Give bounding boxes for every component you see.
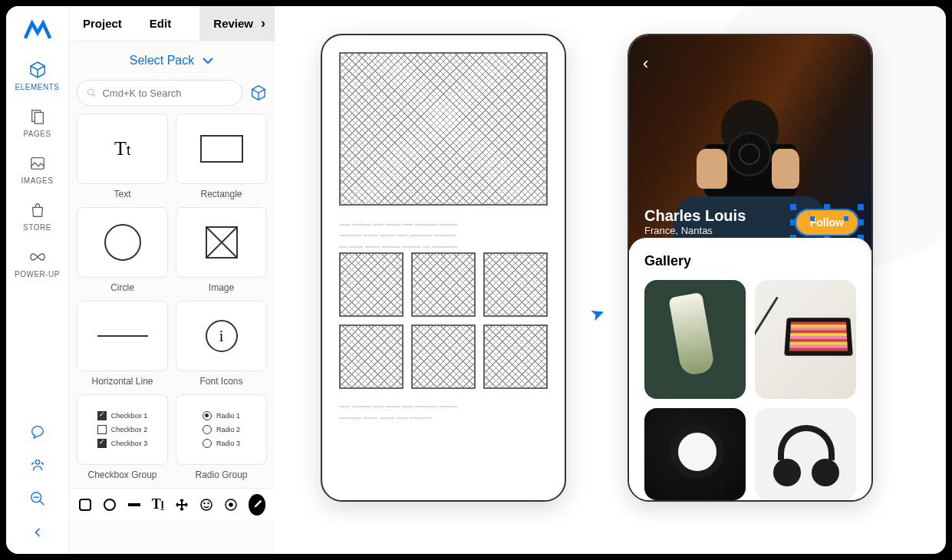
svg-point-15 — [204, 502, 205, 503]
cursor-icon: ➤ — [588, 302, 608, 326]
tool-brush-icon[interactable] — [249, 494, 265, 516]
select-pack-dropdown[interactable]: Select Pack — [69, 41, 275, 80]
menu-project[interactable]: Project — [69, 6, 136, 41]
wireframe-thumb[interactable] — [339, 252, 404, 317]
svg-line-6 — [39, 501, 44, 506]
wireframe-hero-image[interactable] — [339, 52, 548, 206]
chat-icon[interactable] — [27, 420, 48, 442]
svg-point-16 — [208, 502, 209, 503]
wireframe-thumb[interactable] — [411, 324, 476, 389]
svg-rect-12 — [80, 499, 91, 510]
svg-line-8 — [93, 94, 95, 97]
follow-button[interactable]: Follow — [795, 209, 859, 236]
collapse-icon[interactable] — [27, 522, 48, 543]
quick-toolbar: TI — [69, 488, 275, 520]
app-logo[interactable] — [24, 15, 51, 46]
back-button[interactable]: ‹ — [643, 54, 648, 74]
left-sidebar: ELEMENTS PAGES IMAGES STORE POWER-UP — [6, 6, 69, 554]
view-3d-icon[interactable] — [250, 84, 267, 101]
image-icon — [28, 153, 48, 173]
search-icon — [87, 87, 96, 98]
tool-text-icon[interactable]: TI — [151, 496, 164, 513]
gallery-title: Gallery — [644, 253, 856, 269]
wireframe-thumb[interactable] — [483, 252, 548, 317]
topbar: Project Edit Review — [69, 6, 275, 41]
team-icon[interactable] — [27, 454, 48, 476]
tool-emoji-icon[interactable] — [199, 496, 213, 513]
hero-photo: ‹ Charles Louis France, Nantas Follow — [629, 35, 871, 250]
profile-location: France, Nantas — [644, 225, 746, 236]
nav-powerup[interactable]: POWER-UP — [15, 247, 60, 278]
element-hline[interactable]: Horizontal Line — [77, 301, 168, 387]
gallery-item-cosmetic[interactable] — [644, 280, 746, 399]
nav-elements[interactable]: ELEMENTS — [15, 60, 60, 91]
nav-label: PAGES — [23, 130, 51, 138]
tool-square-icon[interactable] — [78, 496, 92, 513]
cube-icon — [28, 60, 48, 80]
element-radio-group[interactable]: Radio 1 Radio 2 Radio 3 Radio Group — [176, 394, 267, 480]
element-grid: TtText Rectangle Circle Image Horizontal… — [69, 114, 275, 488]
gallery-section: Gallery — [629, 238, 871, 499]
tool-move-icon[interactable] — [175, 496, 189, 513]
element-text[interactable]: TtText — [77, 114, 168, 199]
profile-name: Charles Louis — [644, 207, 746, 225]
search-field[interactable] — [102, 87, 232, 99]
wireframe-frame[interactable]: ~~~ ~~~~~ ~~~ ~~~~ ~~~ ~~~~~~ ~~~~~~~~~~… — [321, 34, 566, 502]
element-checkbox-group[interactable]: Checkbox 1 Checkbox 2 Checkbox 3 Checkbo… — [77, 394, 168, 480]
tool-target-icon[interactable] — [224, 496, 238, 513]
svg-point-13 — [104, 499, 115, 510]
gallery-item-palette[interactable] — [755, 280, 856, 399]
svg-point-3 — [35, 460, 40, 465]
menu-edit[interactable]: Edit — [136, 6, 185, 41]
preview-frame[interactable]: ‹ Charles Louis France, Nantas Follow Ga… — [628, 34, 873, 502]
element-image[interactable]: Image — [176, 207, 267, 293]
wireframe-text-block[interactable]: ~~~ ~~~~~ ~~~ ~~~~ ~~~ ~~~~~~ ~~~~~~~~~~… — [339, 219, 548, 252]
elements-panel: Project Edit Review Select Pack TtText R… — [69, 6, 275, 554]
app-root: ELEMENTS PAGES IMAGES STORE POWER-UP Pro… — [6, 6, 946, 554]
bag-icon — [28, 200, 48, 220]
gallery-item-watch[interactable] — [644, 408, 746, 500]
element-font-icons[interactable]: iFont Icons — [176, 301, 267, 387]
element-rectangle[interactable]: Rectangle — [176, 114, 267, 199]
nav-store[interactable]: STORE — [23, 200, 51, 232]
select-pack-label: Select Pack — [130, 54, 194, 68]
wireframe-thumb[interactable] — [339, 324, 404, 389]
gallery-item-headphones[interactable] — [755, 408, 856, 500]
wireframe-thumb[interactable] — [483, 324, 548, 389]
svg-point-18 — [229, 503, 232, 506]
nav-pages[interactable]: PAGES — [23, 107, 51, 138]
svg-point-14 — [201, 499, 212, 510]
search-input[interactable] — [77, 80, 242, 106]
zoom-out-icon[interactable] — [27, 488, 48, 509]
canvas-area[interactable]: ~~~ ~~~~~ ~~~ ~~~~ ~~~ ~~~~~~ ~~~~~~~~~~… — [275, 6, 946, 554]
nav-label: STORE — [23, 223, 51, 232]
nav-label: ELEMENTS — [15, 83, 60, 91]
nav-label: POWER-UP — [15, 270, 60, 278]
wireframe-text-block[interactable]: ~~~ ~~~~~ ~~~ ~~~~ ~~~ ~~~~~~ ~~~~~~~~~~… — [339, 401, 548, 423]
nav-label: IMAGES — [21, 176, 54, 185]
tool-line-icon[interactable] — [127, 496, 140, 513]
svg-rect-2 — [31, 158, 44, 170]
nav-images[interactable]: IMAGES — [21, 153, 54, 185]
svg-rect-1 — [35, 113, 43, 124]
svg-point-7 — [88, 89, 94, 94]
infinity-icon — [28, 247, 48, 267]
chevron-down-icon — [202, 57, 214, 64]
wireframe-thumb[interactable] — [411, 252, 476, 317]
pages-icon — [28, 107, 48, 127]
element-circle[interactable]: Circle — [77, 207, 168, 293]
tool-circle-icon[interactable] — [103, 496, 117, 513]
menu-review[interactable]: Review — [199, 6, 275, 41]
